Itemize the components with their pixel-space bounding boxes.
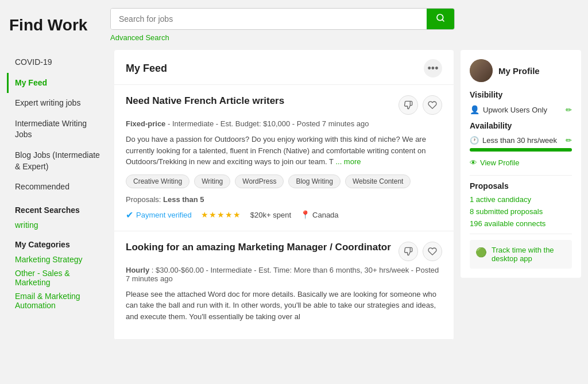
category-sales-marketing[interactable]: Other - Sales & Marketing [7,266,107,289]
track-time-link[interactable]: Track time with the desktop app [492,246,566,263]
view-profile-link[interactable]: 👁 View Profile [470,158,572,167]
job-title-1[interactable]: Need Native French Article writers [126,95,284,107]
job-tag-writing[interactable]: Writing [194,174,230,188]
availability-left: 🕐 Less than 30 hrs/week [470,136,557,145]
visibility-value: Upwork Users Only [483,106,547,114]
my-categories-title: My Categories [7,232,107,253]
proposals-value-1: Less than 5 [163,195,204,204]
sidebar-item-recommended[interactable]: Recommended [7,177,107,197]
divider-2 [470,234,572,234]
sidebar-item-my-feed[interactable]: My Feed [7,73,107,94]
job-description-1: Do you have a passion for Outdoors? Do y… [126,134,442,168]
job-dislike-button-2[interactable] [399,242,418,261]
visibility-row: 👤 Upwork Users Only ✏ [470,105,572,114]
advanced-search-link[interactable]: Advanced Search [110,33,455,42]
availability-edit-icon[interactable]: ✏ [566,136,572,145]
heart-icon [428,100,437,110]
location-pin-icon: 📍 [300,210,310,219]
eye-icon: 👁 [470,158,477,167]
feed-header: My Feed ••• [114,50,454,85]
job-item-1-header: Need Native French Article writers [126,95,442,115]
thumbs-down-icon [404,100,413,110]
rating-stars-1: ★★★★★ [201,210,241,219]
feed-title: My Feed [126,63,167,75]
top-header: Find Work Advanced Search [0,0,588,50]
job-type-1: Fixed-price [126,119,165,128]
category-marketing-strategy[interactable]: Marketing Strategy [7,253,107,266]
job-tag-wordpress[interactable]: WordPress [235,174,284,188]
heart-icon-2 [428,247,437,256]
recent-search-writing[interactable]: writing [7,218,107,232]
job-actions-2 [399,242,442,261]
proposals-title: Proposals [470,181,572,191]
job-title-2[interactable]: Looking for an amazing Marketing Manager… [126,242,391,253]
spending-1: $20k+ spent [250,211,291,219]
availability-progress-bar [470,148,572,152]
feed-card: My Feed ••• Need Native French Article w… [114,50,454,340]
job-meta-2: Hourly : $30.00-$60.00 - Intermediate - … [126,266,442,283]
category-email-marketing[interactable]: Email & Marketing Automation [7,289,107,312]
profile-header: My Profile [470,59,572,82]
job-tags-1: Creative Writing Writing WordPress Blog … [126,174,442,188]
job-save-button-2[interactable] [423,242,442,261]
search-bar [110,8,455,30]
submitted-proposals-link[interactable]: 8 submitted proposals [470,207,572,216]
site-title: Find Work [9,16,101,34]
job-tag-creative-writing[interactable]: Creative Writing [126,174,189,188]
visibility-left: 👤 Upwork Users Only [470,105,547,114]
availability-row: 🕐 Less than 30 hrs/week ✏ [470,136,572,145]
job-tag-blog-writing[interactable]: Blog Writing [288,174,340,188]
job-save-button-1[interactable] [423,95,442,115]
location-1: 📍 Canada [300,210,339,219]
sidebar-item-expert-writing[interactable]: Expert writing jobs [7,93,107,114]
svg-line-1 [442,20,444,21]
divider [470,175,572,176]
job-meta-1: Fixed-price - Intermediate - Est. Budget… [126,119,442,128]
profile-card: My Profile Visibility 👤 Upwork Users Onl… [461,50,581,278]
avatar [470,59,493,82]
available-connects-link[interactable]: 196 available connects [470,219,572,228]
verified-check-icon: ✔ [126,210,133,220]
search-icon [436,13,445,22]
job-dislike-button-1[interactable] [399,95,418,115]
clock-green-icon: 🟢 [475,247,487,258]
avatar-image [470,59,493,82]
clock-icon: 🕐 [470,136,479,145]
sidebar-item-intermediate-writing[interactable]: Intermediate Writing Jobs [7,114,107,145]
availability-section: Availability 🕐 Less than 30 hrs/week ✏ [470,121,572,152]
job-proposals-1: Proposals: Less than 5 [126,195,442,204]
profile-name: My Profile [498,66,540,76]
job-item-2: Looking for an amazing Marketing Manager… [114,231,454,340]
search-button[interactable] [427,9,454,29]
job-actions-1 [399,95,442,115]
sidebar: COVID-19 My Feed Expert writing jobs Int… [7,50,107,340]
proposals-section: Proposals 1 active candidacy 8 submitted… [470,181,572,228]
search-area: Advanced Search [110,8,455,42]
job-type-2: Hourly [126,266,149,274]
main-layout: COVID-19 My Feed Expert writing jobs Int… [0,50,588,349]
visibility-title: Visibility [470,90,572,99]
thumbs-down-icon-2 [404,247,413,256]
job-item-2-header: Looking for an amazing Marketing Manager… [126,242,442,261]
job-tag-website-content[interactable]: Website Content [345,174,411,188]
main-feed: My Feed ••• Need Native French Article w… [114,50,454,340]
sidebar-item-blog-jobs[interactable]: Blog Jobs (Intermediate & Expert) [7,145,107,177]
right-panel: My Profile Visibility 👤 Upwork Users Onl… [461,50,581,340]
recent-searches-title: Recent Searches [7,197,107,218]
job-description-2: Please see the attached Word doc for mor… [126,289,442,323]
active-candidacy-link[interactable]: 1 active candidacy [470,195,572,204]
availability-value: Less than 30 hrs/week [482,136,557,145]
visibility-edit-icon[interactable]: ✏ [566,106,572,114]
availability-title: Availability [470,121,572,130]
feed-more-options-button[interactable]: ••• [424,59,442,77]
job-item-1: Need Native French Article writers Fixed… [114,85,454,231]
job-more-link-1[interactable]: ... more [335,157,361,166]
search-input[interactable] [111,9,427,29]
user-icon: 👤 [470,105,479,114]
availability-progress-fill [470,148,572,152]
job-footer-1: ✔ Payment verified ★★★★★ $20k+ spent 📍 C… [126,210,442,220]
payment-verified-badge: ✔ Payment verified [126,210,192,220]
sidebar-item-covid[interactable]: COVID-19 [7,52,107,73]
track-time-section: 🟢 Track time with the desktop app [470,240,572,269]
